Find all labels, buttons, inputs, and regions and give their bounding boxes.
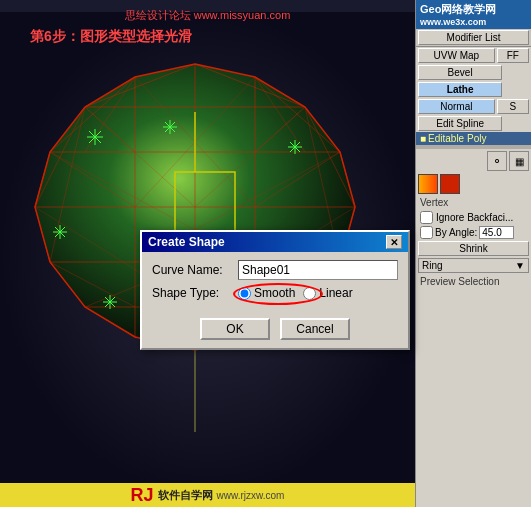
by-angle-row: By Angle: bbox=[416, 225, 531, 240]
ok-button[interactable]: OK bbox=[200, 318, 270, 340]
ring-dropdown[interactable]: Ring ▼ bbox=[418, 258, 529, 273]
backface-row: Ignore Backfaci... bbox=[416, 210, 531, 225]
shrink-btn[interactable]: Shrink bbox=[418, 241, 529, 256]
shrink-row: Shrink bbox=[416, 240, 531, 257]
uvw-ff-row: UVW Map FF bbox=[416, 47, 531, 64]
smooth-radio-label[interactable]: Smooth bbox=[238, 286, 295, 300]
by-angle-checkbox[interactable] bbox=[420, 226, 433, 239]
bottom-watermark-bar: RJ 软件自学网 www.rjzxw.com bbox=[0, 483, 415, 507]
bottom-site-label: 软件自学网 bbox=[158, 488, 213, 503]
panel-header: Geo网络教学网 www.we3x.com bbox=[416, 0, 531, 29]
color-row bbox=[416, 173, 531, 195]
watermark-top: 思绘设计论坛 www.missyuan.com bbox=[125, 8, 291, 23]
shape-type-label: Shape Type: bbox=[152, 286, 232, 300]
dialog-content: Curve Name: Shape Type: Smooth Linear bbox=[142, 252, 408, 314]
modifier-list-btn[interactable]: Modifier List bbox=[418, 30, 529, 45]
by-angle-input[interactable] bbox=[479, 226, 514, 239]
ring-row: Ring ▼ bbox=[416, 257, 531, 274]
curve-name-row: Curve Name: bbox=[152, 260, 398, 280]
smooth-radio[interactable] bbox=[238, 287, 251, 300]
normal-btn[interactable]: Normal bbox=[418, 99, 495, 114]
curve-name-input[interactable] bbox=[238, 260, 398, 280]
icon-row: ⚬ ▦ bbox=[416, 149, 531, 173]
normal-row: Normal S bbox=[416, 98, 531, 115]
bevel-btn[interactable]: Bevel bbox=[418, 65, 502, 80]
create-shape-dialog: Create Shape ✕ Curve Name: Shape Type: S… bbox=[140, 230, 410, 350]
dialog-close-btn[interactable]: ✕ bbox=[386, 235, 402, 249]
uvw-map-btn[interactable]: UVW Map bbox=[418, 48, 495, 63]
lathe-btn[interactable]: Lathe bbox=[418, 82, 502, 97]
bottom-url: www.rjzxw.com bbox=[217, 490, 285, 501]
edit-spline-btn[interactable]: Edit Spline bbox=[418, 116, 502, 131]
dialog-buttons: OK Cancel bbox=[142, 314, 408, 348]
expand-icon: ■ bbox=[420, 133, 426, 144]
s-btn[interactable]: S bbox=[497, 99, 529, 114]
color-swatch-2[interactable] bbox=[440, 174, 460, 194]
dialog-title: Create Shape bbox=[148, 235, 225, 249]
preview-selection-row: Preview Selection bbox=[416, 274, 531, 289]
dropdown-arrow: ▼ bbox=[515, 260, 525, 271]
icon-btn-1[interactable]: ⚬ bbox=[487, 151, 507, 171]
radio-group: Smooth Linear bbox=[238, 286, 353, 300]
shape-type-row: Shape Type: Smooth Linear bbox=[152, 286, 398, 300]
rj-logo: RJ bbox=[131, 485, 154, 506]
right-panel: Geo网络教学网 www.we3x.com Modifier List UVW … bbox=[415, 0, 531, 507]
bevel-row: Bevel bbox=[416, 64, 531, 81]
color-swatch-1[interactable] bbox=[418, 174, 438, 194]
edit-spline-row: Edit Spline bbox=[416, 115, 531, 132]
cancel-button[interactable]: Cancel bbox=[280, 318, 350, 340]
icon-btn-2[interactable]: ▦ bbox=[509, 151, 529, 171]
dialog-titlebar[interactable]: Create Shape ✕ bbox=[142, 232, 408, 252]
smooth-radio-wrapper: Smooth bbox=[238, 286, 295, 300]
backface-checkbox[interactable] bbox=[420, 211, 433, 224]
lathe-row: Lathe bbox=[416, 81, 531, 98]
modifier-list-section: Modifier List bbox=[416, 29, 531, 47]
vertex-row: Vertex bbox=[416, 195, 531, 210]
ff-btn[interactable]: FF bbox=[497, 48, 529, 63]
linear-radio-label[interactable]: Linear bbox=[303, 286, 352, 300]
linear-radio[interactable] bbox=[303, 287, 316, 300]
editable-poly-header[interactable]: ■ Editable Poly bbox=[416, 132, 531, 145]
curve-name-label: Curve Name: bbox=[152, 263, 232, 277]
step-text: 第6步：图形类型选择光滑 bbox=[30, 28, 192, 46]
